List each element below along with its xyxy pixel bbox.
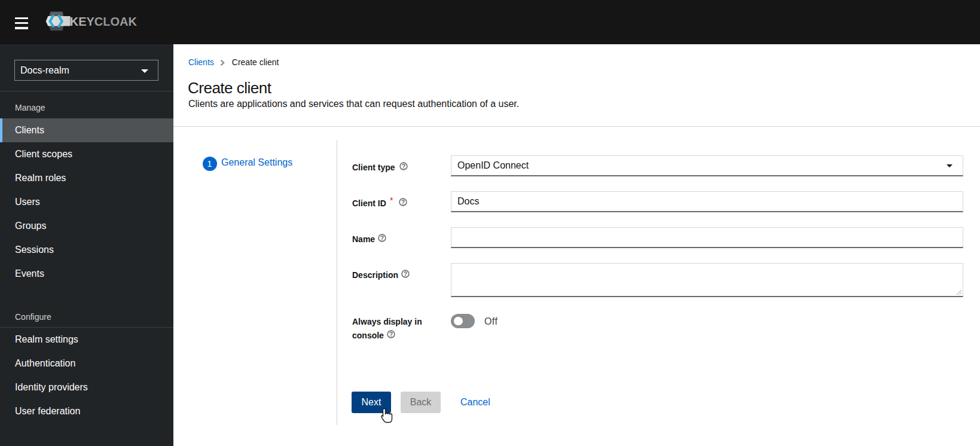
svg-text:?: ? bbox=[402, 163, 405, 170]
svg-text:KEYCLOAK: KEYCLOAK bbox=[70, 14, 137, 28]
svg-text:?: ? bbox=[401, 199, 405, 206]
svg-text:?: ? bbox=[380, 235, 384, 242]
svg-text:?: ? bbox=[389, 331, 393, 338]
svg-text:?: ? bbox=[404, 271, 407, 277]
